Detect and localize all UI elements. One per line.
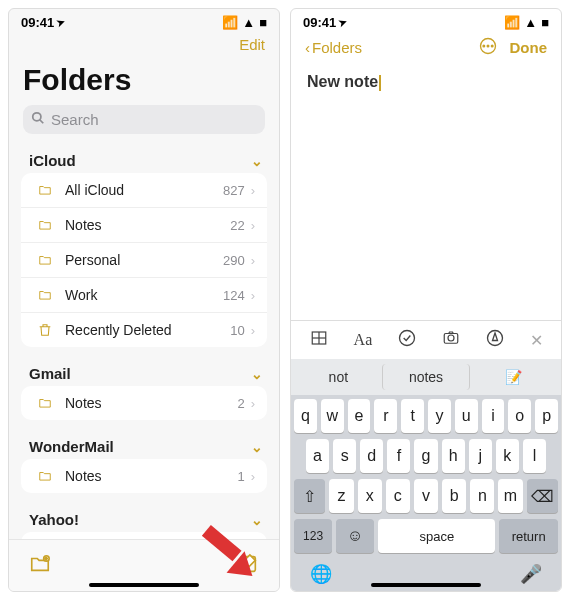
- key-j[interactable]: j: [469, 439, 492, 473]
- table-icon[interactable]: [309, 329, 329, 351]
- key-h[interactable]: h: [442, 439, 465, 473]
- folder-row[interactable]: Notes2›: [21, 386, 267, 420]
- key-q[interactable]: q: [294, 399, 317, 433]
- back-button[interactable]: ‹ Folders: [305, 39, 362, 56]
- text-cursor: [379, 75, 381, 91]
- key-n[interactable]: n: [470, 479, 494, 513]
- folders-screen: 09:41 ➤ 📶 ▲ ■ Edit Folders Search iCloud…: [8, 8, 280, 592]
- chevron-left-icon: ‹: [305, 39, 310, 56]
- clock: 09:41: [303, 15, 336, 30]
- camera-icon[interactable]: [441, 329, 461, 351]
- key-i[interactable]: i: [482, 399, 505, 433]
- format-icon[interactable]: Aa: [354, 331, 373, 349]
- key-v[interactable]: v: [414, 479, 438, 513]
- key-x[interactable]: x: [358, 479, 382, 513]
- space-key[interactable]: space: [378, 519, 495, 553]
- folder-list: iCloud⌄All iCloud827›Notes22›Personal290…: [9, 144, 279, 591]
- folder-label: All iCloud: [55, 182, 223, 198]
- folder-count: 22: [230, 218, 244, 233]
- key-s[interactable]: s: [333, 439, 356, 473]
- section-header[interactable]: iCloud⌄: [9, 144, 279, 173]
- key-z[interactable]: z: [329, 479, 353, 513]
- folder-row[interactable]: Recently Deleted10›: [21, 313, 267, 347]
- folder-label: Recently Deleted: [55, 322, 230, 338]
- key-r[interactable]: r: [374, 399, 397, 433]
- suggestion-3[interactable]: 📝: [470, 364, 557, 390]
- chevron-right-icon: ›: [245, 323, 255, 338]
- edit-button[interactable]: Edit: [239, 36, 265, 53]
- signal-icon: 📶: [222, 15, 238, 30]
- key-f[interactable]: f: [387, 439, 410, 473]
- status-bar: 09:41 ➤ 📶 ▲ ■: [9, 9, 279, 32]
- clock: 09:41: [21, 15, 54, 30]
- section-title: Yahoo!: [29, 511, 79, 528]
- folder-label: Personal: [55, 252, 223, 268]
- chevron-right-icon: ›: [245, 218, 255, 233]
- key-b[interactable]: b: [442, 479, 466, 513]
- key-k[interactable]: k: [496, 439, 519, 473]
- backspace-key[interactable]: ⌫: [527, 479, 558, 513]
- suggestion-2[interactable]: notes: [382, 364, 471, 390]
- mic-icon[interactable]: 🎤: [520, 563, 542, 585]
- key-p[interactable]: p: [535, 399, 558, 433]
- note-body[interactable]: New note: [291, 63, 561, 320]
- key-g[interactable]: g: [414, 439, 437, 473]
- section-header[interactable]: WonderMail⌄: [9, 430, 279, 459]
- nav-bar: Edit: [9, 32, 279, 57]
- dismiss-icon[interactable]: ✕: [530, 331, 543, 350]
- key-a[interactable]: a: [306, 439, 329, 473]
- key-l[interactable]: l: [523, 439, 546, 473]
- back-label: Folders: [312, 39, 362, 56]
- more-icon[interactable]: [478, 36, 498, 59]
- section-header[interactable]: Gmail⌄: [9, 357, 279, 386]
- key-u[interactable]: u: [455, 399, 478, 433]
- chevron-right-icon: ›: [245, 469, 255, 484]
- chevron-down-icon: ⌄: [251, 366, 263, 382]
- markup-icon[interactable]: [485, 328, 505, 352]
- note-editor-screen: 09:41 ➤ 📶 ▲ ■ ‹ Folders Done New note Aa…: [290, 8, 562, 592]
- chevron-right-icon: ›: [245, 183, 255, 198]
- key-e[interactable]: e: [348, 399, 371, 433]
- folder-row[interactable]: Notes22›: [21, 208, 267, 243]
- return-key[interactable]: return: [499, 519, 558, 553]
- status-bar: 09:41 ➤ 📶 ▲ ■: [291, 9, 561, 32]
- note-title: New note: [307, 73, 378, 90]
- numbers-key[interactable]: 123: [294, 519, 332, 553]
- svg-point-6: [483, 45, 485, 47]
- keyboard-bottom: 🌐🎤: [294, 559, 558, 585]
- folder-row[interactable]: Notes1›: [21, 459, 267, 493]
- folder-icon: [35, 183, 55, 197]
- svg-point-0: [33, 113, 41, 121]
- folder-row[interactable]: Work124›: [21, 278, 267, 313]
- folder-card: Notes1›: [21, 459, 267, 493]
- battery-icon: ■: [541, 15, 549, 30]
- folder-icon: [35, 288, 55, 302]
- folder-row[interactable]: Personal290›: [21, 243, 267, 278]
- new-folder-icon[interactable]: +: [29, 553, 51, 579]
- globe-icon[interactable]: 🌐: [310, 563, 332, 585]
- folder-icon: [35, 253, 55, 267]
- shift-key[interactable]: ⇧: [294, 479, 325, 513]
- key-m[interactable]: m: [498, 479, 522, 513]
- folder-count: 290: [223, 253, 245, 268]
- done-button[interactable]: Done: [510, 39, 548, 56]
- suggestion-1[interactable]: not: [295, 364, 382, 390]
- key-t[interactable]: t: [401, 399, 424, 433]
- key-d[interactable]: d: [360, 439, 383, 473]
- checklist-icon[interactable]: [397, 328, 417, 352]
- folder-icon: [35, 469, 55, 483]
- folder-row[interactable]: All iCloud827›: [21, 173, 267, 208]
- svg-line-1: [40, 120, 44, 124]
- search-input[interactable]: Search: [23, 105, 265, 134]
- emoji-key[interactable]: ☺: [336, 519, 374, 553]
- key-c[interactable]: c: [386, 479, 410, 513]
- key-w[interactable]: w: [321, 399, 344, 433]
- key-y[interactable]: y: [428, 399, 451, 433]
- section-header[interactable]: Yahoo!⌄: [9, 503, 279, 532]
- key-o[interactable]: o: [508, 399, 531, 433]
- chevron-right-icon: ›: [245, 253, 255, 268]
- svg-point-12: [399, 331, 414, 346]
- folder-label: Work: [55, 287, 223, 303]
- chevron-right-icon: ›: [245, 288, 255, 303]
- svg-text:+: +: [45, 556, 48, 561]
